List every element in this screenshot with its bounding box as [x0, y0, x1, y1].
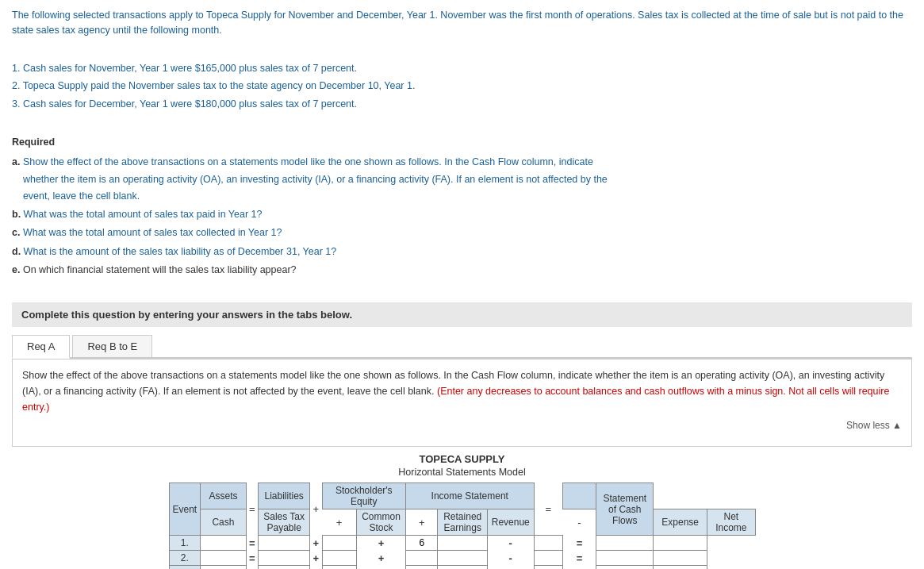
row-revenue-2	[438, 566, 488, 569]
row-eq2-2: =	[562, 566, 596, 569]
req-d-text: d. What is the amount of the sales tax l…	[12, 244, 912, 260]
row-expense-2	[534, 566, 562, 569]
row-common-1-input[interactable]	[326, 552, 353, 563]
row-cashflows-0	[654, 536, 707, 551]
table-row: 2.=++-=	[169, 551, 755, 566]
complete-bar: Complete this question by entering your …	[12, 302, 912, 327]
row-expense-1-input[interactable]	[538, 552, 559, 563]
assets-header: Assets	[201, 483, 247, 509]
row-cashflows-1-input[interactable]	[657, 552, 704, 563]
row-salestax-0-input[interactable]	[262, 537, 306, 548]
eq-operator-1: =	[246, 483, 258, 536]
table-row: 3.=++-=	[169, 566, 755, 569]
eq-operator-3: =	[534, 483, 562, 536]
statements-table: Event Assets = Liabilities + Stockholder…	[169, 482, 756, 569]
revenue-header: Revenue	[487, 509, 534, 536]
row-retained-1-input[interactable]	[409, 552, 434, 563]
statement-cf-header: Statement of Cash Flows	[596, 483, 654, 536]
row-minus-1: -	[487, 551, 534, 566]
net-income-top-header	[562, 483, 596, 509]
row-retained-1	[406, 551, 438, 566]
event-header: Event	[169, 483, 201, 536]
tab-req-a[interactable]: Req A	[12, 335, 70, 359]
row-plus1-0: +	[310, 536, 322, 551]
transaction-3: 3. Cash sales for December, Year 1 were …	[12, 95, 912, 113]
row-retained-2	[406, 566, 438, 569]
row-event-0: 1.	[169, 536, 201, 551]
table-row: 1.=++-=	[169, 536, 755, 551]
row-netincome-0-input[interactable]	[600, 537, 650, 548]
required-section: Required a. Show the effect of the above…	[12, 134, 912, 279]
plus-operator-2: +	[322, 509, 356, 536]
row-expense-1	[534, 551, 562, 566]
table-container: TOPECA SUPPLY Horizontal Statements Mode…	[12, 453, 912, 569]
show-less-container: Show less ▲	[22, 415, 902, 438]
table-model-title: Horizontal Statements Model	[12, 467, 912, 478]
row-cashflows-0-input[interactable]	[657, 537, 704, 548]
plus-operator-3: +	[406, 509, 438, 536]
stockholders-equity-header: Stockholder's Equity	[322, 483, 405, 509]
row-minus-2: -	[487, 566, 534, 569]
req-c-text: c. What was the total amount of sales ta…	[12, 225, 912, 241]
row-expense-0-input[interactable]	[538, 537, 559, 548]
req-a-text: a. Show the effect of the above transact…	[12, 154, 912, 205]
row-cash-1	[201, 551, 247, 566]
net-income-header: Net Income	[707, 509, 755, 536]
transactions-list: 1. Cash sales for November, Year 1 were …	[12, 60, 912, 113]
row-plus1-1: +	[310, 551, 322, 566]
row-common-2	[322, 566, 356, 569]
row-minus-0: -	[487, 536, 534, 551]
row-plus1-2: +	[310, 566, 322, 569]
row-salestax-0	[259, 536, 310, 551]
row-cashflows-1	[654, 551, 707, 566]
row-retained-0	[406, 536, 438, 551]
row-common-0-input[interactable]	[326, 537, 353, 548]
complete-bar-text: Complete this question by entering your …	[21, 309, 352, 321]
row-event-1: 2.	[169, 551, 201, 566]
row-salestax-2	[259, 566, 310, 569]
show-less-button[interactable]: Show less ▲	[846, 420, 902, 431]
transaction-2: 2. Topeca Supply paid the November sales…	[12, 77, 912, 95]
common-stock-header: Common Stock	[356, 509, 405, 536]
row-cash-0	[201, 536, 247, 551]
row-cashflows-2	[654, 566, 707, 569]
row-event-2: 3.	[169, 566, 201, 569]
row-salestax-1-input[interactable]	[262, 552, 306, 563]
minus-operator: -	[562, 509, 596, 536]
row-eq1-0: =	[246, 536, 258, 551]
sales-tax-payable-header: Sales Tax Payable	[259, 509, 310, 536]
row-retained-0-input[interactable]	[409, 537, 434, 548]
plus-operator-1: +	[310, 483, 322, 536]
required-label: Required	[12, 134, 912, 151]
row-netincome-1-input[interactable]	[600, 552, 650, 563]
row-cash-0-input[interactable]	[204, 537, 243, 548]
row-common-0	[322, 536, 356, 551]
tabs-row: Req A Req B to E	[12, 335, 912, 359]
table-company-name: TOPECA SUPPLY	[12, 453, 912, 465]
tab-req-b-e[interactable]: Req B to E	[72, 335, 152, 357]
cash-header: Cash	[201, 509, 247, 536]
row-eq1-1: =	[246, 551, 258, 566]
row-netincome-1	[596, 551, 654, 566]
row-netincome-0	[596, 536, 654, 551]
row-netincome-2	[596, 566, 654, 569]
row-eq1-2: =	[246, 566, 258, 569]
row-cash-1-input[interactable]	[204, 552, 243, 563]
instructions-box: Show the effect of the above transaction…	[12, 359, 912, 447]
income-statement-header: Income Statement	[406, 483, 535, 509]
row-common-1	[322, 551, 356, 566]
req-b-text: b. What was the total amount of sales ta…	[12, 206, 912, 223]
transaction-1: 1. Cash sales for November, Year 1 were …	[12, 60, 912, 78]
expense-header: Expense	[654, 509, 707, 536]
intro-paragraph: The following selected transactions appl…	[12, 8, 912, 38]
row-plus2-0: +	[356, 536, 405, 551]
row-revenue-0-input[interactable]	[441, 537, 484, 548]
row-eq2-0: =	[562, 536, 596, 551]
retained-earnings-header: Retained Earnings	[438, 509, 488, 536]
liabilities-header: Liabilities	[259, 483, 310, 509]
row-expense-0	[534, 536, 562, 551]
row-revenue-1	[438, 551, 488, 566]
row-revenue-0	[438, 536, 488, 551]
row-revenue-1-input[interactable]	[441, 552, 484, 563]
req-e-text: e. On which financial statement will the…	[12, 262, 912, 279]
